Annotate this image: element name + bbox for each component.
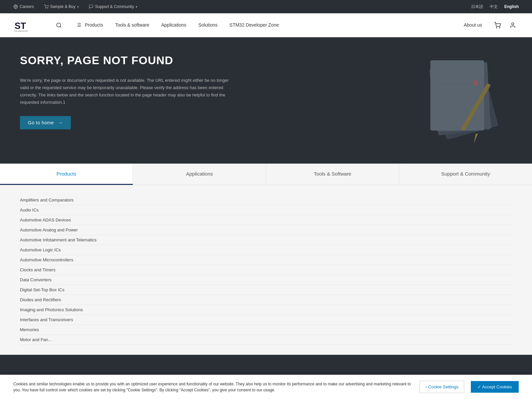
product-list-item[interactable]: Automotive Infotainment and Telematics bbox=[20, 235, 512, 245]
svg-text:ST: ST bbox=[15, 21, 26, 31]
product-list-item[interactable]: Automotive Analog and Power bbox=[20, 225, 512, 235]
hero-image bbox=[382, 37, 532, 164]
search-icon bbox=[56, 22, 62, 28]
product-list-item[interactable]: Imaging and Photonics Solutions bbox=[20, 305, 512, 315]
hero-title: SORRY, PAGE NOT FOUND bbox=[20, 54, 239, 67]
hamburger-icon: ☰ bbox=[77, 22, 81, 28]
sample-buy-chevron: ▾ bbox=[77, 5, 79, 9]
nav-stm32-label: STM32 Developer Zone bbox=[229, 22, 279, 28]
product-list-item[interactable]: Clocks and Timers bbox=[20, 265, 512, 275]
svg-point-9 bbox=[496, 28, 497, 28]
support-icon bbox=[89, 4, 93, 9]
nav-applications[interactable]: Applications bbox=[155, 13, 193, 37]
hero-section: SORRY, PAGE NOT FOUND We're sorry, the p… bbox=[0, 37, 532, 164]
user-icon bbox=[509, 22, 516, 29]
cart-icon bbox=[44, 4, 49, 9]
top-bar-right: 日本語 中文 English bbox=[471, 4, 519, 10]
product-list-item[interactable]: Memories bbox=[20, 325, 512, 335]
go-home-label: Go to home bbox=[28, 120, 54, 125]
top-bar-left: Careers Sample & Buy ▾ Support & Communi… bbox=[13, 4, 137, 9]
tab-applications-label: Applications bbox=[186, 171, 213, 177]
svg-text:life.augmented: life.augmented bbox=[15, 30, 28, 32]
nav-tools[interactable]: Tools & software bbox=[109, 13, 155, 37]
product-list-item[interactable]: Interfaces and Transceivers bbox=[20, 315, 512, 325]
nav-tools-label: Tools & software bbox=[115, 22, 149, 28]
cart-button[interactable] bbox=[491, 19, 503, 31]
nav-applications-label: Applications bbox=[161, 22, 187, 28]
svg-point-7 bbox=[57, 23, 61, 27]
svg-point-2 bbox=[45, 8, 46, 9]
nav-about[interactable]: About us bbox=[458, 13, 488, 37]
lang-en[interactable]: English bbox=[504, 4, 519, 9]
svg-line-8 bbox=[60, 26, 61, 27]
tab-tools-software-label: Tools & Software bbox=[314, 171, 351, 177]
nav-products[interactable]: ☰ Products bbox=[71, 13, 109, 37]
careers-label: Careers bbox=[20, 4, 34, 9]
tab-products[interactable]: Products bbox=[0, 164, 133, 185]
tab-products-label: Products bbox=[57, 171, 76, 177]
lang-zh[interactable]: 中文 bbox=[490, 4, 498, 10]
logo-area[interactable]: ST life.augmented bbox=[13, 19, 43, 32]
svg-point-10 bbox=[499, 28, 500, 28]
tab-tools-software[interactable]: Tools & Software bbox=[266, 164, 399, 185]
hero-illustration bbox=[411, 47, 504, 154]
nav-about-label: About us bbox=[464, 22, 482, 28]
hero-content: SORRY, PAGE NOT FOUND We're sorry, the p… bbox=[0, 37, 259, 164]
product-list-item[interactable]: Diodes and Rectifiers bbox=[20, 295, 512, 305]
hero-description: We're sorry, the page or document you re… bbox=[20, 77, 236, 106]
tabs-container: Products Applications Tools & Software S… bbox=[0, 164, 532, 185]
st-logo: ST life.augmented bbox=[13, 19, 43, 32]
product-list-item[interactable]: Amplifiers and Comparators bbox=[20, 195, 512, 205]
support-link[interactable]: Support & Community ▾ bbox=[89, 4, 137, 9]
products-content: Amplifiers and ComparatorsAudio ICsAutom… bbox=[0, 185, 532, 355]
product-list-item[interactable]: Automotive Logic ICs bbox=[20, 245, 512, 255]
svg-point-11 bbox=[512, 23, 514, 25]
tab-applications[interactable]: Applications bbox=[133, 164, 266, 185]
product-list-item[interactable]: Automotive ADAS Devices bbox=[20, 215, 512, 225]
globe-icon bbox=[13, 4, 18, 9]
tabs-section: Products Applications Tools & Software S… bbox=[0, 164, 532, 185]
product-list-item[interactable]: Digital Set-Top Box ICs bbox=[20, 285, 512, 295]
lang-ja[interactable]: 日本語 bbox=[471, 4, 483, 10]
nav-solutions[interactable]: Solutions bbox=[192, 13, 223, 37]
main-nav: ST life.augmented ☰ Products Tools & sof… bbox=[0, 13, 532, 37]
product-list-item[interactable]: Motor and Fan... bbox=[20, 335, 512, 345]
go-home-button[interactable]: Go to home → bbox=[20, 116, 71, 129]
tab-support-community-label: Support & Community bbox=[441, 171, 490, 177]
product-list: Amplifiers and ComparatorsAudio ICsAutom… bbox=[20, 195, 512, 345]
svg-marker-20 bbox=[474, 134, 478, 144]
go-home-arrow: → bbox=[58, 120, 63, 125]
search-button[interactable] bbox=[53, 20, 65, 31]
top-bar: Careers Sample & Buy ▾ Support & Communi… bbox=[0, 0, 532, 13]
svg-point-3 bbox=[48, 8, 48, 9]
user-button[interactable] bbox=[507, 19, 519, 31]
cart-nav-icon bbox=[494, 22, 501, 29]
support-chevron: ▾ bbox=[136, 5, 137, 9]
careers-link[interactable]: Careers bbox=[13, 4, 34, 9]
svg-rect-21 bbox=[474, 80, 478, 85]
nav-stm32[interactable]: STM32 Developer Zone bbox=[223, 13, 285, 37]
nav-links: ☰ Products Tools & software Applications… bbox=[71, 13, 458, 37]
nav-solutions-label: Solutions bbox=[198, 22, 217, 28]
sample-buy-link[interactable]: Sample & Buy ▾ bbox=[44, 4, 79, 9]
product-list-item[interactable]: Data Converters bbox=[20, 275, 512, 285]
sample-buy-label: Sample & Buy bbox=[50, 4, 75, 9]
tab-support-community[interactable]: Support & Community bbox=[399, 164, 532, 185]
product-list-item[interactable]: Audio ICs bbox=[20, 205, 512, 215]
support-label: Support & Community bbox=[95, 4, 134, 9]
product-list-item[interactable]: Automotive Microcontrollers bbox=[20, 255, 512, 265]
nav-right: About us bbox=[458, 13, 519, 37]
nav-products-label: Products bbox=[85, 22, 103, 28]
svg-rect-15 bbox=[431, 61, 484, 130]
